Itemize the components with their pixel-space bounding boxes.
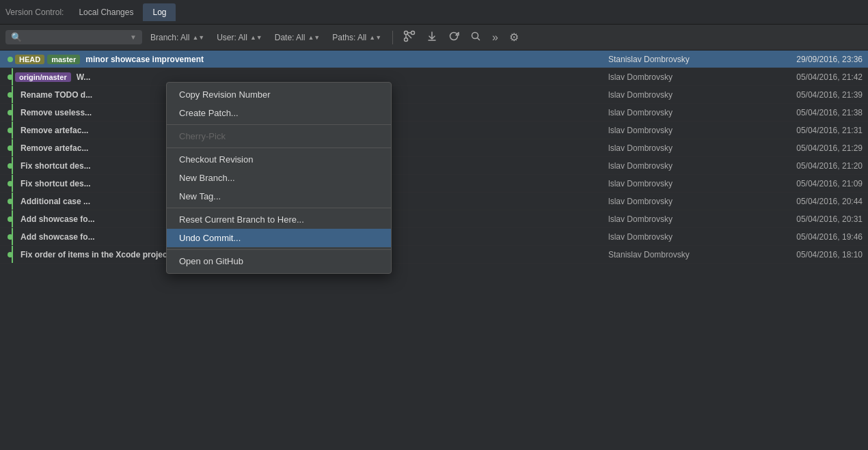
commit-dot (8, 110, 13, 115)
table-row[interactable]: Remove artefac... lslav Dombrovsky 05/04… (0, 122, 868, 139)
commit-date: 05/04/2016, 21:38 (759, 108, 868, 117)
commit-dot (8, 181, 13, 186)
merge-icon[interactable] (400, 28, 419, 47)
commit-dot (8, 199, 13, 204)
commit-date: 05/04/2016, 19:46 (759, 232, 868, 242)
refresh-icon[interactable] (445, 29, 463, 46)
commit-date: 05/04/2016, 21:39 (759, 90, 868, 100)
commit-author: lslav Dombrovsky (608, 179, 759, 188)
ctx-separator-2 (167, 147, 391, 148)
commit-dot (8, 163, 13, 169)
toolbar-divider (392, 31, 393, 44)
commit-date: 05/04/2016, 21:42 (759, 72, 868, 82)
date-filter[interactable]: Date: All ▲▼ (271, 31, 325, 44)
ctx-copy-revision[interactable]: Copy Revision Number (167, 85, 391, 104)
commit-message: W... (77, 72, 608, 82)
commit-date: 29/09/2016, 23:36 (759, 55, 868, 64)
commit-date: 05/04/2016, 21:20 (759, 161, 868, 171)
ctx-reset-branch[interactable]: Reset Current Branch to Here... (167, 210, 391, 229)
ctx-separator-3 (167, 208, 391, 208)
date-filter-chevron: ▲▼ (308, 34, 320, 41)
commit-author: lslav Dombrovsky (608, 126, 759, 135)
commit-message: minor showcase improvement (85, 55, 608, 64)
commit-dot (8, 57, 13, 62)
settings-icon[interactable]: ⚙ (506, 29, 522, 46)
table-row[interactable]: Fix shortcut des... lslav Dombrovsky 05/… (0, 175, 868, 193)
commit-author: lslav Dombrovsky (608, 197, 759, 206)
ctx-open-github[interactable]: Open on GitHub (167, 252, 391, 270)
commit-author: lslav Dombrovsky (608, 72, 759, 82)
commit-author: lslav Dombrovsky (608, 161, 759, 171)
table-row[interactable]: Remove useless... lslav Dombrovsky 05/04… (0, 104, 868, 122)
commit-date: 05/04/2016, 21:29 (759, 143, 868, 153)
ctx-create-patch[interactable]: Create Patch... (167, 104, 391, 122)
svg-point-1 (411, 31, 415, 34)
commit-date: 05/04/2016, 18:10 (759, 250, 868, 259)
commit-dot (8, 92, 13, 98)
tab-bar: Version Control: Local Changes Log (0, 0, 868, 25)
commit-dot (8, 74, 13, 80)
commit-author: Stanislav Dombrovsky (608, 55, 759, 64)
find-icon[interactable] (467, 29, 485, 46)
table-row[interactable]: Fix shortcut des... lslav Dombrovsky 05/… (0, 157, 868, 175)
tab-local-changes[interactable]: Local Changes (69, 3, 143, 21)
table-row[interactable]: Fix order of items in the Xcode project.… (0, 246, 868, 264)
commit-date: 05/04/2016, 20:31 (759, 214, 868, 224)
version-control-label: Version Control: (5, 8, 64, 17)
log-table: HEAD master minor showcase improvement S… (0, 51, 868, 264)
svg-point-2 (405, 38, 408, 41)
table-row[interactable]: Remove artefac... lslav Dombrovsky 05/04… (0, 139, 868, 157)
svg-point-0 (405, 31, 408, 34)
table-row[interactable]: HEAD master minor showcase improvement S… (0, 51, 868, 68)
commit-dot (8, 252, 13, 257)
commit-date: 05/04/2016, 21:31 (759, 126, 868, 135)
pull-icon[interactable] (423, 29, 441, 46)
commit-date: 05/04/2016, 20:44 (759, 197, 868, 206)
branch-filter-chevron: ▲▼ (192, 34, 204, 41)
commit-dot (8, 234, 13, 240)
search-input[interactable] (25, 33, 127, 42)
table-row[interactable]: origin/master W... lslav Dombrovsky 05/0… (0, 68, 868, 86)
table-row[interactable]: Add showcase fo... lslav Dombrovsky 05/0… (0, 228, 868, 246)
search-dropdown-arrow[interactable]: ▼ (130, 33, 137, 41)
tag-origin: origin/master (15, 72, 71, 82)
table-row[interactable]: Additional case ... lslav Dombrovsky 05/… (0, 193, 868, 210)
ctx-undo-commit[interactable]: Undo Commit... (167, 229, 391, 247)
table-row[interactable]: Add showcase fo... lslav Dombrovsky 05/0… (0, 210, 868, 228)
ctx-cherry-pick: Cherry-Pick (167, 127, 391, 145)
ctx-separator-1 (167, 124, 391, 125)
user-filter[interactable]: User: All ▲▼ (213, 31, 267, 44)
ctx-new-branch[interactable]: New Branch... (167, 169, 391, 187)
dot-col (5, 57, 15, 62)
commit-author: Stanislav Dombrovsky (608, 250, 759, 259)
ctx-new-tag[interactable]: New Tag... (167, 187, 391, 206)
ctx-separator-4 (167, 249, 391, 250)
search-icon: 🔍 (11, 32, 22, 42)
tab-log[interactable]: Log (143, 3, 176, 21)
tags-col: HEAD master (15, 55, 80, 64)
context-menu: Copy Revision Number Create Patch... Che… (166, 82, 392, 274)
paths-filter-chevron: ▲▼ (369, 34, 381, 41)
tag-head: HEAD (15, 55, 44, 64)
commit-date: 05/04/2016, 21:09 (759, 179, 868, 188)
commit-author: lslav Dombrovsky (608, 232, 759, 242)
commit-dot (8, 216, 13, 222)
toolbar: 🔍 ▼ Branch: All ▲▼ User: All ▲▼ Date: Al… (0, 25, 868, 51)
commit-author: lslav Dombrovsky (608, 108, 759, 117)
search-box[interactable]: 🔍 ▼ (5, 30, 142, 44)
commit-author: lslav Dombrovsky (608, 143, 759, 153)
branch-filter[interactable]: Branch: All ▲▼ (146, 31, 208, 44)
commit-author: lslav Dombrovsky (608, 90, 759, 100)
ctx-checkout-revision[interactable]: Checkout Revision (167, 150, 391, 169)
commit-dot (8, 128, 13, 133)
commit-author: lslav Dombrovsky (608, 214, 759, 224)
commit-dot (8, 145, 13, 151)
table-row[interactable]: Rename TODO d... lslav Dombrovsky 05/04/… (0, 86, 868, 104)
tag-master: master (47, 55, 80, 64)
user-filter-chevron: ▲▼ (250, 34, 262, 41)
more-icon[interactable]: » (489, 29, 502, 46)
paths-filter[interactable]: Paths: All ▲▼ (328, 31, 385, 44)
